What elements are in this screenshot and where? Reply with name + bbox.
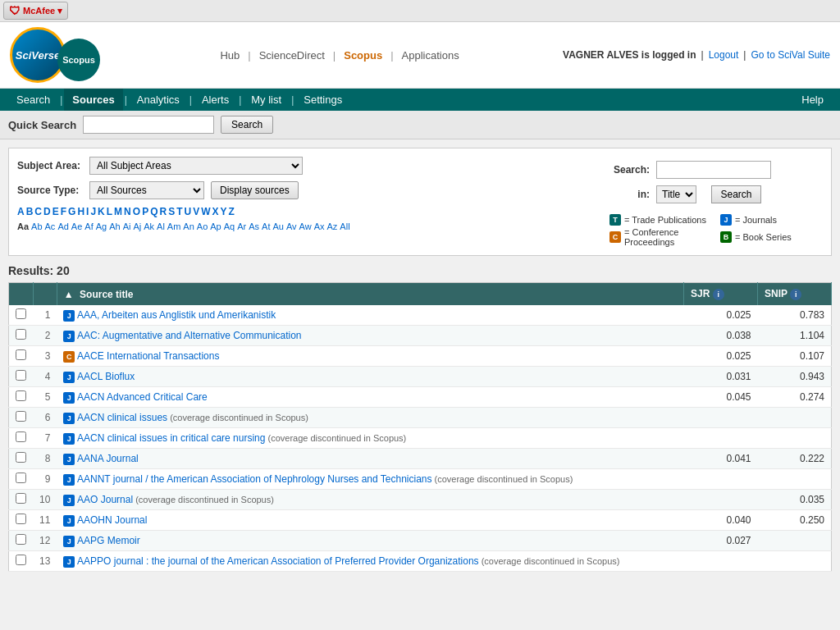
nav-mylist[interactable]: My list [243,89,290,111]
nav-applications[interactable]: Applications [402,49,459,62]
sub-letter-ab[interactable]: Ab [31,221,42,231]
sub-letter-ak[interactable]: Ak [144,221,154,231]
sub-letter-at[interactable]: At [262,221,270,231]
sjr-info-icon[interactable]: i [713,289,724,300]
row-checkbox[interactable] [16,370,26,381]
sub-letter-ax[interactable]: Ax [314,221,325,231]
sub-letter-ag[interactable]: Ag [96,221,107,231]
alpha-letter-a[interactable]: A [17,206,25,217]
source-title-link[interactable]: AACE International Transactions [77,350,219,362]
alpha-letter-l[interactable]: L [107,206,112,217]
alpha-letter-p[interactable]: P [142,206,148,217]
scival-link[interactable]: Go to SciVal Suite [751,49,830,61]
subject-area-select[interactable]: All Subject Areas [89,157,303,175]
nav-sources[interactable]: Sources [64,89,122,111]
sub-letter-all[interactable]: All [340,221,349,231]
sub-letter-ah[interactable]: Ah [109,221,120,231]
alpha-letter-c[interactable]: C [34,206,42,217]
alpha-letter-g[interactable]: G [68,206,75,217]
row-checkbox[interactable] [16,452,26,463]
alpha-letter-x[interactable]: X [212,206,219,217]
row-checkbox[interactable] [16,411,26,422]
source-title-link[interactable]: AACN Advanced Critical Care [77,391,208,403]
alpha-letter-v[interactable]: V [193,206,199,217]
row-checkbox[interactable] [16,349,26,360]
source-title-link[interactable]: AACN clinical issues in critical care nu… [77,432,265,444]
source-title-link[interactable]: AAOHN Journal [77,514,147,526]
alpha-letter-e[interactable]: E [52,206,59,217]
title-search-input[interactable] [656,161,771,179]
alpha-letter-q[interactable]: Q [150,206,158,217]
sub-letter-ac[interactable]: Ac [45,221,56,231]
source-title-link[interactable]: AACN clinical issues [77,412,167,423]
source-title-link[interactable]: AAO Journal [77,494,133,505]
alpha-letter-j[interactable]: J [90,206,96,217]
row-checkbox[interactable] [16,329,26,340]
alpha-letter-m[interactable]: M [114,206,122,217]
snip-info-icon[interactable]: i [790,289,801,300]
nav-hub[interactable]: Hub [220,49,240,62]
sub-letter-af[interactable]: Af [84,221,93,231]
logout-link[interactable]: Logout [709,49,739,61]
row-checkbox[interactable] [16,514,26,524]
sub-letter-ai[interactable]: Ai [123,221,131,231]
source-title-link[interactable]: AAA, Arbeiten aus Anglistik und Amerikan… [77,309,276,321]
sub-letter-ao[interactable]: Ao [197,221,208,231]
quick-search-button[interactable]: Search [221,116,273,134]
search-in-select[interactable]: Title [656,185,696,203]
alpha-letter-y[interactable]: Y [221,206,227,217]
nav-search[interactable]: Search [8,89,58,111]
sub-letter-aw[interactable]: Aw [299,221,312,231]
alpha-letter-b[interactable]: B [26,206,34,217]
source-title-link[interactable]: AAC: Augmentative and Alternative Commun… [77,330,301,341]
sub-letter-au[interactable]: Au [272,221,283,231]
sub-letter-aj[interactable]: Aj [133,221,141,231]
source-title-link[interactable]: AAPG Memoir [77,535,140,546]
row-checkbox[interactable] [16,431,26,442]
sub-letter-al[interactable]: Al [157,221,165,231]
alpha-letter-w[interactable]: W [201,206,210,217]
quick-search-input[interactable] [83,116,214,134]
source-type-select[interactable]: All Sources [89,181,204,199]
right-search-button[interactable]: Search [711,185,760,203]
nav-scopus[interactable]: Scopus [344,49,382,62]
sub-letter-az[interactable]: Az [327,221,338,231]
sub-letter-ap[interactable]: Ap [210,221,221,231]
sub-letter-ad[interactable]: Ad [57,221,68,231]
sub-letter-am[interactable]: Am [167,221,181,231]
source-title-link[interactable]: AACL Bioflux [77,371,135,382]
row-checkbox[interactable] [16,534,26,545]
row-checkbox[interactable] [16,555,26,565]
alpha-letter-f[interactable]: F [61,206,66,217]
nav-settings[interactable]: Settings [295,89,350,111]
source-title-link[interactable]: AANNT journal / the American Association… [77,473,431,485]
nav-alerts[interactable]: Alerts [194,89,237,111]
sub-letter-aq[interactable]: Aq [224,221,235,231]
alpha-letter-k[interactable]: K [98,206,105,217]
nav-sciencedirect[interactable]: ScienceDirect [259,49,325,62]
alpha-letter-d[interactable]: D [43,206,51,217]
sub-letter-an[interactable]: An [183,221,194,231]
sub-letter-as[interactable]: As [249,221,259,231]
alpha-letter-u[interactable]: U [185,206,192,217]
results-scroll-wrapper[interactable]: ▲ Source title SJR i SNIP i 1J AAA, Arbe… [8,282,832,572]
sub-letter-av[interactable]: Av [286,221,297,231]
alpha-letter-i[interactable]: I [86,206,89,217]
alpha-letter-z[interactable]: Z [229,206,235,217]
alpha-letter-o[interactable]: O [133,206,140,217]
row-checkbox[interactable] [16,308,26,319]
th-source-title[interactable]: ▲ Source title [57,283,683,306]
row-checkbox[interactable] [16,493,26,504]
mcafee-button[interactable]: 🛡 McAfee ▾ [3,2,68,20]
alpha-letter-h[interactable]: H [77,206,84,217]
alpha-letter-t[interactable]: T [176,206,182,217]
alpha-letter-s[interactable]: S [168,206,175,217]
alpha-letter-r[interactable]: R [159,206,167,217]
sub-letter-ar[interactable]: Ar [237,221,246,231]
row-checkbox[interactable] [16,472,26,483]
source-title-link[interactable]: AAPPO journal : the journal of the Ameri… [77,555,479,567]
source-title-link[interactable]: AANA Journal [77,453,139,464]
display-sources-button[interactable]: Display sources [211,181,299,199]
row-checkbox[interactable] [16,390,26,401]
nav-analytics[interactable]: Analytics [129,89,188,111]
